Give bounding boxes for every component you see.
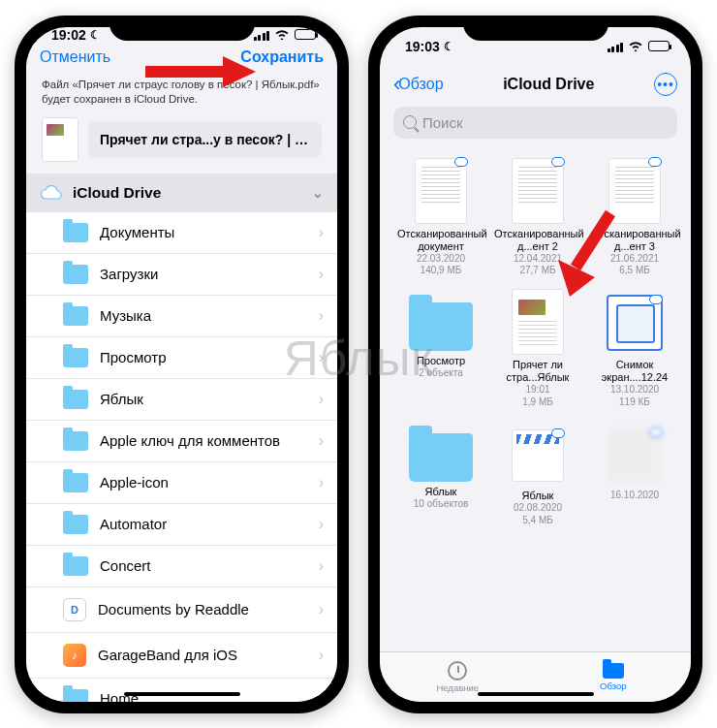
- file-name: Отсканированный документ: [397, 228, 484, 253]
- location-list: iCloud Drive ⌄ Документы›Загрузки›Музыка…: [26, 174, 337, 702]
- home-indicator[interactable]: [478, 692, 594, 696]
- tab-label: Недавние: [436, 682, 479, 693]
- cloud-download-icon: [551, 428, 565, 438]
- chevron-right-icon: ›: [319, 307, 324, 325]
- chevron-down-icon: ⌄: [312, 185, 324, 201]
- folder-label: Concert: [100, 557, 151, 574]
- tab-label: Обзор: [600, 681, 626, 691]
- files-grid[interactable]: Отсканированный документ22.03.2020140,9 …: [380, 148, 691, 651]
- file-item[interactable]: Прячет ли стра...Яблык19:011,9 МБ: [494, 289, 581, 408]
- folder-label: GarageBand для iOS: [98, 647, 237, 663]
- file-item[interactable]: Яблык10 объектов: [397, 420, 484, 526]
- dnd-moon-icon: ☾: [444, 40, 454, 53]
- folder-row[interactable]: ♪GarageBand для iOS›: [26, 633, 337, 679]
- save-info-text: Файл «Прячет ли страус голову в песок? |…: [26, 76, 337, 117]
- app-icon: D: [63, 598, 86, 621]
- file-item[interactable]: Просмотр2 объекта: [397, 289, 484, 408]
- file-name: Яблык: [425, 486, 457, 498]
- folder-row[interactable]: Музыка›: [26, 296, 337, 337]
- chevron-right-icon: ›: [319, 690, 324, 702]
- folder-icon: [63, 431, 88, 451]
- folder-label: Яблык: [100, 391, 143, 407]
- chevron-right-icon: ›: [319, 349, 324, 366]
- folder-row[interactable]: Просмотр›: [26, 337, 337, 379]
- file-date: 10 объектов: [414, 498, 469, 511]
- chevron-right-icon: ›: [319, 647, 324, 664]
- back-button[interactable]: ‹ Обзор: [393, 72, 444, 97]
- folder-row[interactable]: Загрузки›: [26, 254, 337, 296]
- file-item[interactable]: Отсканированный документ22.03.2020140,9 …: [397, 158, 484, 277]
- wifi-icon: [628, 39, 643, 54]
- file-date: 22.03.2020: [417, 253, 465, 266]
- filename-row: Прячет ли стра...у в песок? | Яблык: [26, 117, 337, 174]
- screen-right: 19:03 ☾ ‹ Обзор iCloud Drive •••: [380, 27, 691, 702]
- folder-icon: [409, 433, 473, 482]
- home-indicator[interactable]: [124, 692, 240, 696]
- search-input[interactable]: Поиск: [393, 107, 677, 139]
- folder-icon: [63, 515, 88, 534]
- screenshot-thumbnail: [607, 295, 663, 351]
- notch: [109, 16, 255, 41]
- file-size: 1,9 МБ: [522, 396, 553, 409]
- file-item[interactable]: Яблык02.08.20205,4 МБ: [494, 420, 581, 526]
- file-item[interactable]: Отсканированный д...ент 212.04.202127,7 …: [494, 158, 581, 277]
- file-size: 119 КБ: [619, 396, 650, 409]
- battery-icon: [295, 29, 316, 40]
- filename-field[interactable]: Прячет ли стра...у в песок? | Яблык: [88, 121, 322, 158]
- folder-row[interactable]: DDocuments by Readdle›: [26, 587, 337, 633]
- drive-label: iCloud Drive: [73, 184, 161, 202]
- screen-left: 19:02 ☾ Отменить Сохранить Файл «Прячет …: [26, 27, 337, 702]
- clock-icon: [448, 661, 467, 681]
- file-name: Отсканированный д...ент 3: [591, 228, 678, 253]
- file-date: 12.04.2021: [514, 253, 562, 266]
- search-placeholder: Поиск: [422, 114, 463, 131]
- chevron-right-icon: ›: [319, 432, 324, 450]
- chevron-right-icon: ›: [319, 557, 324, 575]
- signal-icon: [254, 29, 270, 41]
- phone-right: 19:03 ☾ ‹ Обзор iCloud Drive •••: [368, 16, 702, 713]
- file-item[interactable]: Отсканированный д...ент 321.06.20216,5 М…: [591, 158, 678, 277]
- file-item[interactable]: Снимок экран....12.2413.10.2020119 КБ: [591, 289, 678, 408]
- folder-icon: [603, 663, 624, 679]
- folder-row[interactable]: Apple ключ для комментов›: [26, 421, 337, 462]
- chevron-right-icon: ›: [319, 516, 324, 533]
- file-name: Отсканированный д...ент 2: [494, 228, 581, 253]
- file-item[interactable]: 16.10.2020: [591, 420, 678, 526]
- file-name: Яблык: [522, 490, 554, 502]
- folder-row[interactable]: Яблык›: [26, 379, 337, 421]
- icloud-drive-header[interactable]: iCloud Drive ⌄: [26, 174, 337, 212]
- file-date: 13.10.2020: [610, 384, 659, 396]
- save-navbar: Отменить Сохранить: [26, 43, 337, 76]
- file-size: 5,4 МБ: [522, 515, 553, 527]
- folder-icon: [63, 390, 88, 409]
- cancel-button[interactable]: Отменить: [40, 48, 110, 66]
- more-button[interactable]: •••: [654, 73, 677, 96]
- save-button[interactable]: Сохранить: [240, 48, 324, 66]
- notch: [463, 16, 608, 41]
- folder-icon: [63, 689, 88, 702]
- cloud-download-icon: [649, 295, 663, 304]
- phone-left: 19:02 ☾ Отменить Сохранить Файл «Прячет …: [15, 16, 349, 713]
- folder-icon: [63, 348, 88, 367]
- folder-label: Загрузки: [100, 266, 158, 282]
- folder-icon: [63, 223, 88, 242]
- folder-label: Automator: [100, 516, 167, 532]
- file-date: 19:01: [525, 384, 549, 396]
- folder-icon: [409, 302, 473, 351]
- folder-row[interactable]: Concert›: [26, 546, 337, 587]
- folder-icon: [63, 306, 88, 326]
- page-title: iCloud Drive: [503, 76, 594, 93]
- file-date: 21.06.2021: [610, 253, 659, 266]
- dnd-moon-icon: ☾: [90, 28, 101, 42]
- folder-label: Apple-icon: [100, 474, 169, 491]
- folder-row[interactable]: Документы›: [26, 212, 337, 254]
- folder-row[interactable]: Apple-icon›: [26, 462, 337, 504]
- folder-row[interactable]: Home›: [26, 679, 337, 702]
- doc-thumbnail: [608, 158, 661, 224]
- folder-row[interactable]: Automator›: [26, 504, 337, 546]
- chevron-right-icon: ›: [319, 266, 324, 283]
- cloud-download-icon: [649, 427, 663, 437]
- wifi-icon: [274, 27, 290, 43]
- cloud-download-icon: [648, 157, 662, 167]
- file-size: 27,7 МБ: [519, 265, 555, 277]
